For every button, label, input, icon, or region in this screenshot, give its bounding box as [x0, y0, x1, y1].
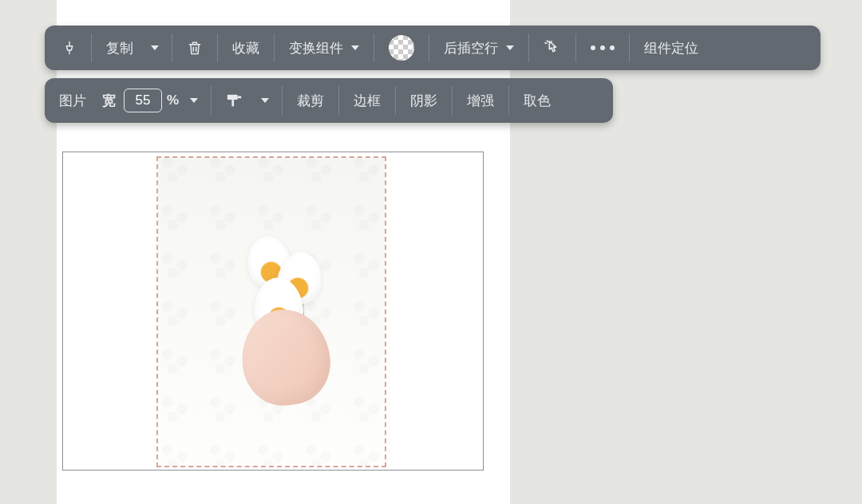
color-picker-button[interactable]: 取色	[514, 78, 560, 123]
chevron-down-icon	[261, 98, 269, 103]
separator	[429, 33, 429, 62]
separator	[91, 33, 92, 62]
delete-button[interactable]	[177, 26, 212, 70]
separator	[575, 33, 576, 62]
insert-after-button[interactable]: 后插空行	[434, 26, 524, 70]
pin-icon	[62, 41, 77, 55]
transparency-button[interactable]	[379, 26, 424, 70]
width-text: 宽	[102, 92, 116, 110]
chevron-down-icon	[190, 98, 198, 103]
separator	[274, 33, 275, 62]
pin-button[interactable]	[53, 26, 86, 70]
insert-after-label: 后插空行	[444, 39, 498, 57]
percent-label: %	[165, 78, 182, 123]
crop-button[interactable]: 裁剪	[287, 78, 334, 123]
trash-icon	[187, 40, 203, 56]
chevron-down-icon	[506, 45, 514, 50]
more-button[interactable]	[581, 26, 624, 70]
border-button[interactable]: 边框	[344, 78, 390, 123]
transform-button[interactable]: 变换组件	[279, 26, 369, 70]
border-label: 边框	[354, 92, 381, 110]
separator	[211, 86, 212, 115]
colorpick-label: 取色	[524, 92, 551, 110]
copy-button[interactable]: 复制	[97, 26, 143, 70]
shadow-button[interactable]: 阴影	[401, 78, 447, 123]
width-input[interactable]	[124, 89, 162, 112]
separator	[395, 86, 396, 115]
separator	[528, 33, 529, 62]
format-painter-button[interactable]	[216, 78, 253, 123]
favorite-button[interactable]: 收藏	[223, 26, 269, 70]
image-toolbar: 图片 宽 % 裁剪 边框 阴影 增强 取色	[45, 78, 613, 123]
percent-text: %	[167, 93, 179, 108]
enhance-button[interactable]: 增强	[457, 78, 504, 123]
more-dots-icon	[591, 45, 615, 50]
type-label: 图片	[53, 78, 97, 123]
separator	[374, 33, 374, 62]
locate-label: 组件定位	[644, 39, 698, 57]
svg-rect-0	[227, 95, 238, 100]
chevron-down-icon	[351, 45, 359, 50]
shadow-label: 阴影	[410, 92, 437, 110]
favorite-label: 收藏	[232, 39, 259, 57]
separator	[217, 33, 218, 62]
locate-button[interactable]: 组件定位	[635, 26, 708, 70]
type-text: 图片	[59, 92, 86, 110]
svg-rect-1	[238, 96, 242, 99]
copy-dropdown[interactable]	[143, 26, 167, 70]
cursor-tool-button[interactable]	[534, 26, 571, 70]
separator	[338, 86, 339, 115]
separator	[508, 86, 509, 115]
crop-label: 裁剪	[297, 92, 324, 110]
separator	[172, 33, 172, 62]
click-cursor-icon	[544, 39, 561, 57]
width-unit-dropdown[interactable]	[182, 78, 206, 123]
format-painter-icon	[226, 93, 243, 108]
component-toolbar: 复制 收藏 变换组件 后插空行	[45, 26, 820, 70]
separator	[452, 86, 453, 115]
format-painter-dropdown[interactable]	[253, 78, 277, 123]
chevron-down-icon	[151, 45, 159, 50]
copy-label: 复制	[106, 39, 133, 57]
transparency-icon	[389, 35, 414, 61]
separator	[629, 33, 630, 62]
enhance-label: 增强	[467, 92, 494, 110]
width-label: 宽	[97, 78, 121, 123]
transform-label: 变换组件	[289, 39, 343, 57]
separator	[282, 86, 283, 115]
svg-rect-2	[231, 100, 234, 106]
image-selection[interactable]	[156, 156, 386, 467]
